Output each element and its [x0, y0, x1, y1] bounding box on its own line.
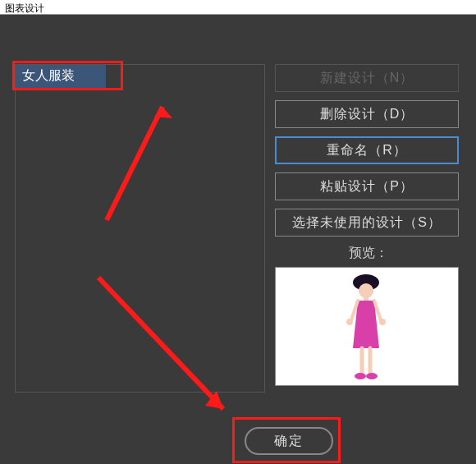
select-unused-button[interactable]: 选择未使用的设计（S） [275, 209, 459, 237]
svg-marker-10 [205, 391, 223, 409]
preview-box [275, 267, 459, 386]
right-column: 新建设计（N） 删除设计（D） 重命名（R） 粘贴设计（P） 选择未使用的设计（… [275, 64, 462, 386]
design-list-item-selected[interactable]: 女人服装 [16, 65, 106, 88]
paste-design-button[interactable]: 粘贴设计（P） [275, 172, 459, 200]
svg-rect-2 [364, 296, 368, 301]
svg-point-4 [379, 319, 386, 325]
design-list[interactable] [15, 64, 265, 393]
new-design-button: 新建设计（N） [275, 64, 459, 92]
dialog-body: 女人服装 新建设计（N） 删除设计（D） 重命名（R） 粘贴设计（P） 选择未使… [0, 15, 476, 464]
delete-design-button[interactable]: 删除设计（D） [275, 100, 459, 128]
svg-point-6 [366, 373, 378, 379]
preview-image [341, 273, 391, 381]
window-title: 图表设计 [0, 0, 476, 15]
svg-point-3 [346, 319, 353, 325]
rename-button[interactable]: 重命名（R） [275, 136, 459, 164]
preview-label: 预览： [275, 245, 462, 262]
ok-button[interactable]: 确定 [245, 427, 333, 455]
svg-point-5 [355, 373, 366, 379]
